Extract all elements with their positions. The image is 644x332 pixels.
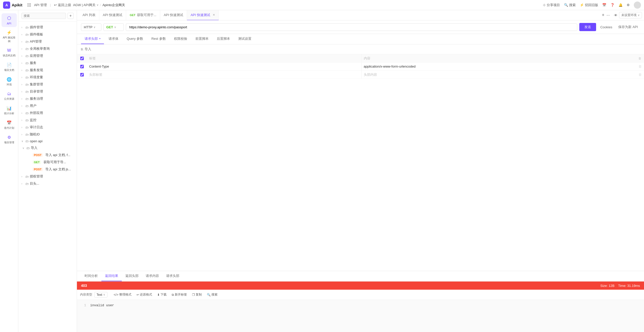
delete-icon[interactable]: 🗑: [638, 73, 642, 76]
logo[interactable]: A Apikit: [3, 2, 22, 9]
header-checkbox-0[interactable]: [80, 57, 84, 60]
req-tab-headers[interactable]: 请求头部 •: [81, 34, 104, 44]
import-button[interactable]: ⎘ 导入: [77, 44, 644, 54]
copy-btn[interactable]: ❐ 复制: [190, 292, 204, 298]
new-tab-btn[interactable]: ⧉ 新开标签: [170, 292, 189, 298]
avatar[interactable]: [634, 2, 641, 9]
download-btn[interactable]: ⬇ 下载: [155, 292, 169, 298]
search-btn[interactable]: 🔍 搜索: [205, 292, 220, 298]
req-tab-pre-script[interactable]: 前置脚本: [192, 34, 212, 44]
sidebar-item-iteration[interactable]: 📅 迭代计划: [2, 118, 17, 132]
nav-get-available[interactable]: GET 获取可用于导...: [18, 159, 77, 166]
nav-api-management[interactable]: › 🗁 API管理: [18, 38, 77, 45]
tab-get-available[interactable]: GET 获取可用于...: [126, 10, 160, 20]
header-key-input-1[interactable]: [89, 65, 359, 68]
nav-service[interactable]: › 🗁 服务: [18, 59, 77, 67]
tab-close-icon[interactable]: ✕: [213, 13, 215, 17]
nav-service-governance[interactable]: › 🗁 服务治理: [18, 95, 77, 102]
notification-btn[interactable]: 🔔: [619, 3, 623, 7]
nav-item-label: 插件模板: [30, 32, 74, 37]
nav-plugin-template[interactable]: › 🗁 插件模板: [18, 31, 77, 38]
header-checkbox-1[interactable]: [80, 65, 84, 68]
nav-import-folder[interactable]: ∨ 🗁 导入: [18, 144, 77, 151]
sidebar-item-project-doc[interactable]: 📄 项目文档: [2, 60, 17, 74]
resp-tab-return-result[interactable]: 返回结果: [101, 271, 122, 281]
nav-item-label: 目录管理: [30, 89, 74, 94]
delete-icon[interactable]: 🗑: [638, 57, 641, 60]
nav-monitor[interactable]: › 🗁 监控: [18, 117, 77, 124]
send-button[interactable]: 发送: [579, 23, 596, 31]
req-tab-post-script[interactable]: 后置脚本: [213, 34, 234, 44]
content-type-selector[interactable]: Text ∨: [94, 292, 108, 298]
back-nav[interactable]: ↩ 返回上级: [54, 3, 71, 7]
save-as-api-button[interactable]: 保存为新 API: [616, 23, 640, 31]
share-project-btn[interactable]: ⊹ 分享项目: [543, 3, 560, 7]
nav-app-mgmt[interactable]: › 🗁 应用管理: [18, 52, 77, 59]
folder-icon: 🗁: [25, 90, 29, 94]
old-version-btn[interactable]: ⚡ 切回旧版: [580, 3, 598, 7]
cookies-button[interactable]: Cookies: [598, 24, 614, 31]
nav-user[interactable]: › 🗁 用户: [18, 102, 77, 109]
header-key-input-2[interactable]: [89, 73, 359, 76]
sidebar-item-api[interactable]: ⬡ API: [2, 13, 17, 27]
tab-api-quick-test-2[interactable]: API 快速测试: [160, 10, 187, 20]
nav-global-event[interactable]: › 🗁 全局枚举查询: [18, 45, 77, 52]
nav-service-discovery[interactable]: › 🗁 服务发现: [18, 67, 77, 74]
delete-icon[interactable]: 🗑: [638, 65, 642, 68]
sidebar-item-public-resources[interactable]: 🗂 公共资源: [2, 90, 17, 103]
arrow-icon: ›: [21, 62, 24, 65]
nav-import-api-docs-f[interactable]: POST 导入 api 文档, f...: [18, 151, 77, 159]
sidebar-item-stats[interactable]: 📊 统计分析: [2, 104, 17, 117]
url-input[interactable]: [126, 23, 577, 31]
env-selector[interactable]: 未设置环境 ∨: [619, 12, 642, 18]
nav-add-button[interactable]: +: [68, 13, 74, 19]
settings-btn[interactable]: ⚙: [627, 3, 630, 7]
api-management-nav[interactable]: API 管理: [34, 3, 47, 7]
header-checkbox-2[interactable]: [80, 73, 84, 76]
nav-search-input[interactable]: [21, 13, 66, 19]
arrow-icon: ›: [21, 83, 24, 86]
add-tab-btn[interactable]: +: [602, 12, 605, 18]
search-btn[interactable]: 🔍 搜索: [564, 3, 576, 7]
method-selector[interactable]: GET ∨: [103, 23, 124, 31]
nav-more-items[interactable]: › 🗁 目头...: [18, 180, 77, 187]
resp-tab-return-header[interactable]: 返回头部: [122, 271, 142, 281]
resp-tab-time-analysis[interactable]: 时间分析: [81, 271, 101, 281]
nav-external-app[interactable]: › 🗁 外部应用: [18, 109, 77, 117]
resp-tab-request-header[interactable]: 请求头部: [163, 271, 183, 281]
req-tab-query[interactable]: Query 参数: [123, 34, 147, 44]
restore-btn[interactable]: ↩ 还原格式: [135, 292, 154, 298]
nav-catalog-mgmt[interactable]: › 🗁 目录管理: [18, 88, 77, 95]
tab-api-quick-test-3[interactable]: API 快速测试 ✕: [187, 10, 219, 20]
breadcrumb-agw[interactable]: AGW | API网关 ∨: [73, 3, 99, 7]
iteration-icon: 📅: [7, 120, 12, 125]
format-btn[interactable]: </> 整理格式: [112, 292, 133, 298]
req-tab-rest[interactable]: Rest 参数: [148, 34, 169, 44]
req-tab-test-settings[interactable]: 测试设置: [235, 34, 255, 44]
more-tabs-btn[interactable]: ···: [607, 13, 610, 18]
protocol-selector[interactable]: HTTP ∨: [81, 23, 101, 31]
nav-random-id[interactable]: › 🗁 随机ID: [18, 131, 77, 138]
header-val-input-0[interactable]: [364, 56, 634, 60]
nav-open-api[interactable]: ∨ 🗁 open api: [18, 138, 77, 144]
sidebar-item-status-code[interactable]: W 状态码文档: [2, 46, 17, 59]
nav-plugin-mgmt[interactable]: › 🗁 插件管理: [18, 24, 77, 31]
nav-env-var[interactable]: › 🗁 环境变量: [18, 74, 77, 81]
folder-icon: 🗁: [25, 68, 29, 72]
tab-api-quick-test-1[interactable]: API 快速测试: [99, 10, 126, 20]
nav-auth-mgmt[interactable]: › 🗁 授权管理: [18, 173, 77, 180]
req-tab-auth[interactable]: 权限校验: [170, 34, 191, 44]
nav-cluster-mgmt[interactable]: › 🗁 集群管理: [18, 81, 77, 88]
header-val-input-2[interactable]: [364, 73, 634, 76]
nav-import-api-docs-js[interactable]: POST 导入 api 文档 js...: [18, 166, 77, 173]
calendar-icon-btn[interactable]: 📅: [602, 3, 606, 7]
req-tab-body[interactable]: 请求体: [105, 34, 122, 44]
sidebar-item-project-mgmt[interactable]: ⚙ 项目管理: [2, 133, 17, 146]
sidebar-item-environment[interactable]: 🌐 环境: [2, 75, 17, 88]
help-btn[interactable]: ❓: [610, 3, 614, 7]
tab-api-list[interactable]: API 列表: [79, 10, 99, 20]
sidebar-item-api-test[interactable]: ⚡ API 测试用例: [2, 28, 17, 45]
header-key-input-0[interactable]: [89, 56, 359, 60]
resp-tab-request-content[interactable]: 请求内容: [142, 271, 163, 281]
nav-audit-log[interactable]: › 🗁 审计日志: [18, 124, 77, 131]
